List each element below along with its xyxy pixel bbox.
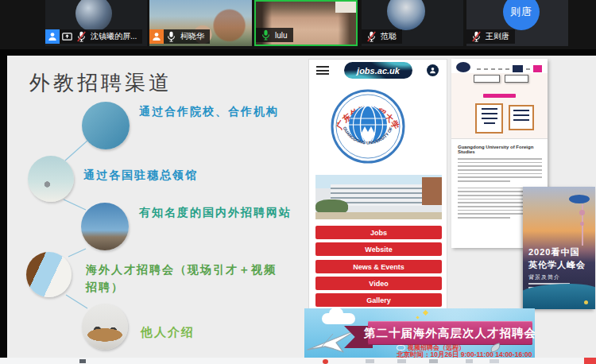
jobs-ac-uk-logo: jobs.ac.uk (344, 62, 412, 79)
taskbar-icon[interactable] (584, 358, 596, 364)
sparkle-icon (416, 316, 419, 319)
sparkle-icon (423, 310, 428, 316)
participant-name: lulu (275, 31, 288, 40)
participant-label: 王则唐 (466, 29, 515, 44)
poster-title-line1: 2020看中国 (528, 246, 579, 258)
bullet-circle-job-fairs (26, 252, 72, 297)
exhibitor-card[interactable] (509, 105, 534, 130)
article-heading: Guangdong University of Foreign Studies (458, 145, 540, 154)
exhibitor-box (505, 75, 528, 83)
mic-muted-icon (365, 31, 377, 42)
bullet-text: 他人介绍 (141, 323, 195, 341)
taskbar-icon[interactable] (490, 359, 499, 363)
bullet-text: 有知名度的国内外招聘网站 (139, 204, 294, 222)
participant-name: 柯晓华 (180, 31, 204, 42)
taskbar-peek[interactable] (0, 358, 596, 364)
avatar (75, 0, 112, 32)
poster-bottom-logo (584, 300, 588, 304)
avatar-initials: 则唐 (503, 0, 540, 30)
taskbar-icon[interactable] (323, 359, 328, 364)
jobs-button[interactable]: Jobs (315, 226, 442, 239)
host-badge-icon (45, 29, 60, 44)
participant-label: 柯晓华 (149, 29, 210, 44)
shared-screen-area: 外教招聘渠道 通过合作院校、合作机构 通过各国驻穗总领馆 有知名度的国内外招聘网… (0, 49, 596, 364)
participant-name: 沈镇曦的屏... (91, 31, 137, 42)
taskbar-icon[interactable] (466, 359, 473, 363)
cloud-outline-icon (397, 345, 405, 350)
account-icon[interactable] (427, 64, 439, 76)
exhibitor-box (474, 75, 500, 83)
bullet-circle-referrals (82, 304, 128, 350)
taskbar-icon[interactable] (429, 359, 438, 363)
hamburger-menu-icon[interactable] (316, 66, 329, 75)
participant-tile[interactable]: 柯晓华 (149, 0, 252, 46)
phone-app-screenshot: jobs.ac.uk 广东外语外贸大学 (308, 59, 447, 310)
participant-tile[interactable]: 则唐 王则唐 (466, 0, 568, 46)
site-logo (456, 62, 470, 72)
cohost-badge-icon (149, 29, 164, 44)
screen-share-icon (60, 33, 73, 41)
campus-building-photo (315, 175, 442, 219)
summit-poster: 2020看中国 英伦学人峰会 背景及简介 (523, 187, 595, 309)
meeting-window: 沈镇曦的屏... 柯晓华 lulu (0, 0, 596, 364)
taskbar-icon[interactable] (79, 359, 86, 363)
participant-tile[interactable]: 范聪 (362, 0, 463, 46)
bullet-circle-partner-schools (82, 102, 130, 149)
slide-title: 外教招聘渠道 (29, 69, 172, 97)
poster-wave-graphic (523, 284, 595, 309)
university-seal: 广东外语外贸大学 GUANGDONG UNIVERSITY OF FOREIGN… (330, 88, 406, 165)
poster-title-line2: 英伦学人峰会 (528, 259, 586, 271)
bullet-text: 海外人才招聘会（现场引才＋视频招聘） (86, 261, 283, 296)
participant-tile-screen-share[interactable]: 沈镇曦的屏... (45, 0, 147, 46)
presentation-slide: 外教招聘渠道 通过合作院校、合作机构 通过各国驻穗总领馆 有知名度的国内外招聘网… (7, 56, 596, 358)
participant-label: 范聪 (362, 29, 402, 44)
participant-name: 范聪 (381, 31, 397, 42)
participant-name: 王则唐 (486, 31, 509, 42)
mic-muted-icon (470, 31, 482, 42)
participant-tile-active-speaker[interactable]: lulu (254, 0, 358, 46)
pink-section-heading (483, 94, 516, 98)
background-shelf (335, 2, 356, 13)
mic-muted-icon (75, 31, 87, 42)
bullet-text: 通过合作院校、合作机构 (139, 103, 294, 121)
poster-logo (569, 195, 590, 203)
avatar (387, 0, 425, 30)
bullet-circle-consulates (28, 156, 74, 202)
news-events-button[interactable]: News & Events (315, 260, 442, 273)
site-nav-menu[interactable] (477, 65, 542, 72)
banner-title: 第二十届海外高层次人才招聘会 (368, 321, 532, 345)
bullet-circle-job-sites (81, 203, 129, 250)
bullet-text: 通过各国驻穗总领馆 (83, 167, 198, 184)
participant-label: 沈镇曦的屏... (45, 29, 142, 44)
video-button[interactable]: Video (315, 277, 442, 290)
exhibitor-card[interactable] (475, 103, 503, 134)
website-button[interactable]: Website (315, 242, 442, 256)
poster-subtitle: 背景及简介 (528, 273, 560, 281)
mic-active-icon (259, 29, 272, 41)
mic-icon (164, 31, 177, 42)
taskbar-icon[interactable] (397, 359, 406, 363)
participant-label: lulu (256, 28, 293, 42)
gallery-button[interactable]: Gallery (315, 293, 442, 307)
job-fair-banner: 第二十届海外高层次人才招聘会 视频招聘会（远程） 北京时间：10月26日 9:0… (304, 308, 535, 358)
video-thumbnail-strip: 沈镇曦的屏... 柯晓华 lulu (0, 0, 596, 49)
taskbar-icon[interactable] (366, 359, 374, 363)
banner-time-line: 北京时间：10月26日 9:00-11:00 14:00-16:00 (397, 350, 532, 358)
